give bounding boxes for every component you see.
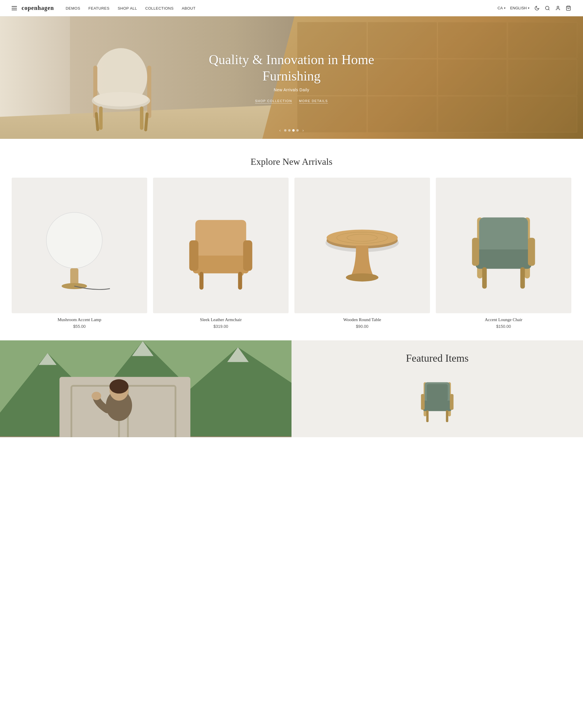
product-card-lounge[interactable]: Accent Lounge Chair $150.00	[436, 178, 571, 329]
svg-rect-21	[243, 240, 252, 271]
svg-point-29	[346, 273, 379, 282]
locale-selector[interactable]: CA ▾	[498, 6, 505, 10]
svg-rect-23	[238, 272, 242, 290]
more-details-btn[interactable]: MORE DETAILS	[299, 99, 328, 104]
featured-section: Featured Items	[0, 340, 583, 437]
dark-mode-toggle[interactable]	[534, 5, 540, 11]
product-price-armchair: $319.00	[153, 324, 288, 329]
search-icon[interactable]	[545, 5, 550, 11]
new-arrivals-title: Explore New Arrivals	[12, 156, 571, 167]
product-price-lamp: $55.00	[12, 324, 147, 329]
language-selector[interactable]: ENGLISH ▾	[510, 6, 529, 10]
site-logo[interactable]: copenhagen	[22, 5, 54, 11]
featured-right: Featured Items	[292, 340, 583, 437]
product-name-table: Wooden Round Table	[295, 317, 430, 322]
product-card-lamp[interactable]: Mushroom Accent Lamp $55.00	[12, 178, 147, 329]
nav-about[interactable]: ABOUT	[182, 6, 196, 10]
product-image-lounge	[436, 178, 571, 313]
svg-rect-34	[472, 238, 479, 266]
svg-rect-58	[426, 410, 428, 422]
main-nav: copenhagen DEMOS FEATURES SHOP ALL COLLE…	[0, 0, 583, 16]
nav-shop-all[interactable]: SHOP ALL	[118, 6, 137, 10]
nav-features[interactable]: FEATURES	[88, 6, 109, 10]
product-image-lamp	[12, 178, 147, 313]
product-price-table: $90.00	[295, 324, 430, 329]
svg-rect-35	[528, 238, 535, 266]
svg-rect-37	[520, 267, 525, 288]
svg-point-0	[546, 6, 549, 10]
svg-rect-33	[476, 250, 532, 269]
hamburger-menu[interactable]	[12, 6, 17, 10]
product-price-lounge: $150.00	[436, 324, 571, 329]
svg-rect-57	[450, 394, 453, 410]
svg-rect-56	[421, 394, 425, 410]
hero-title: Quality & Innovation in Home Furnishing	[204, 52, 379, 84]
svg-rect-18	[195, 220, 246, 261]
svg-rect-19	[193, 256, 249, 273]
hero-slider-nav: ‹ ›	[279, 128, 304, 133]
nav-actions: CA ▾ ENGLISH ▾	[498, 5, 571, 11]
svg-point-1	[557, 6, 559, 8]
locale-chevron: ▾	[504, 6, 505, 10]
product-card-armchair[interactable]: Sleek Leather Armchair $319.00	[153, 178, 288, 329]
language-chevron: ▾	[528, 6, 529, 10]
svg-rect-36	[482, 267, 487, 288]
hero-buttons: SHOP COLLECTION MORE DETAILS	[255, 99, 328, 104]
featured-image	[0, 340, 292, 437]
featured-chair-image	[411, 373, 464, 425]
nav-collections[interactable]: COLLECTIONS	[145, 6, 173, 10]
svg-point-50	[91, 392, 101, 400]
product-grid: Mushroom Accent Lamp $55.00	[12, 178, 571, 329]
hero-next-arrow[interactable]: ›	[302, 128, 304, 133]
hero-content: Quality & Innovation in Home Furnishing …	[0, 16, 583, 139]
hero-dot-2[interactable]	[288, 129, 290, 132]
hero-subtitle: New Arrivals Daily	[274, 87, 309, 92]
product-name-lounge: Accent Lounge Chair	[436, 317, 571, 322]
cart-icon[interactable]	[565, 5, 571, 11]
svg-rect-55	[423, 401, 452, 411]
featured-scene-svg	[0, 340, 292, 437]
new-arrivals-section: Explore New Arrivals Mushroom Accent Lam…	[0, 139, 583, 340]
svg-rect-20	[189, 240, 198, 271]
hero-prev-arrow[interactable]: ‹	[279, 128, 281, 133]
product-image-table	[295, 178, 430, 313]
hero-dot-3[interactable]	[293, 129, 295, 132]
nav-links: DEMOS FEATURES SHOP ALL COLLECTIONS ABOU…	[65, 5, 498, 11]
hero-dot-1[interactable]	[284, 129, 286, 132]
product-name-armchair: Sleek Leather Armchair	[153, 317, 288, 322]
svg-point-12	[46, 212, 102, 268]
nav-demos[interactable]: DEMOS	[65, 6, 80, 10]
svg-rect-54	[427, 384, 448, 401]
account-icon[interactable]	[555, 5, 561, 11]
product-name-lamp: Mushroom Accent Lamp	[12, 317, 147, 322]
svg-point-49	[110, 379, 129, 393]
hero-dots	[284, 129, 299, 132]
featured-title: Featured Items	[406, 352, 469, 364]
shop-collection-btn[interactable]: SHOP COLLECTION	[255, 99, 292, 104]
svg-rect-22	[199, 272, 203, 290]
product-card-table[interactable]: Wooden Round Table $90.00	[295, 178, 430, 329]
hero-section: Quality & Innovation in Home Furnishing …	[0, 16, 583, 139]
hero-dot-4[interactable]	[297, 129, 299, 132]
product-image-armchair	[153, 178, 288, 313]
svg-rect-59	[446, 410, 448, 422]
